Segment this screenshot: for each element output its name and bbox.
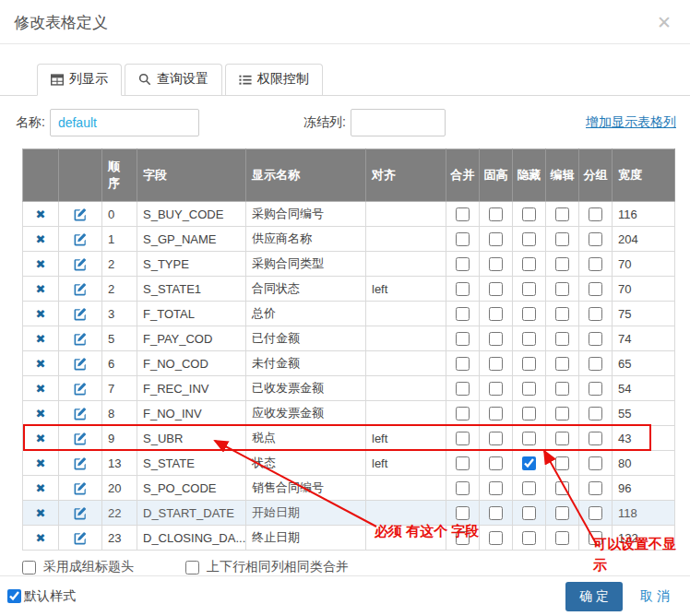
fixed-checkbox[interactable] — [489, 481, 503, 495]
delete-row-icon[interactable]: ✖ — [36, 282, 46, 296]
edit-checkbox[interactable] — [555, 232, 569, 246]
edit-checkbox[interactable] — [555, 357, 569, 371]
group-checkbox[interactable] — [589, 307, 602, 321]
freeze-columns-input[interactable] — [351, 109, 446, 136]
fixed-checkbox[interactable] — [489, 531, 503, 545]
delete-row-icon[interactable]: ✖ — [36, 407, 46, 421]
merge-checkbox[interactable] — [456, 531, 470, 545]
fixed-checkbox[interactable] — [489, 282, 503, 296]
edit-checkbox[interactable] — [555, 432, 569, 445]
edit-checkbox[interactable] — [555, 382, 569, 396]
tab-column-display[interactable]: 列显示 — [37, 64, 122, 96]
hide-checkbox[interactable] — [522, 257, 536, 271]
close-icon[interactable]: ✕ — [653, 12, 675, 33]
group-checkbox[interactable] — [589, 207, 602, 221]
hide-checkbox[interactable] — [522, 332, 536, 346]
fixed-checkbox[interactable] — [489, 357, 503, 371]
edit-checkbox[interactable] — [555, 456, 569, 470]
edit-checkbox[interactable] — [555, 506, 569, 520]
fixed-checkbox[interactable] — [489, 257, 503, 271]
merge-checkbox[interactable] — [456, 332, 470, 346]
group-checkbox[interactable] — [589, 282, 602, 296]
delete-row-icon[interactable]: ✖ — [36, 382, 46, 396]
fixed-checkbox[interactable] — [489, 207, 503, 221]
group-checkbox[interactable] — [589, 232, 602, 246]
edit-row-icon[interactable] — [74, 532, 87, 545]
grouped-header-checkbox[interactable] — [22, 561, 36, 575]
hide-checkbox[interactable] — [522, 307, 536, 321]
hide-checkbox[interactable] — [522, 456, 536, 470]
edit-row-icon[interactable] — [74, 358, 87, 371]
merge-checkbox[interactable] — [456, 382, 470, 396]
merge-checkbox[interactable] — [456, 407, 470, 421]
edit-row-icon[interactable] — [74, 482, 87, 495]
edit-checkbox[interactable] — [555, 407, 569, 421]
name-input[interactable] — [50, 109, 199, 136]
group-checkbox[interactable] — [589, 531, 602, 545]
ok-button[interactable]: 确 定 — [565, 582, 623, 611]
edit-row-icon[interactable] — [74, 408, 87, 421]
default-style-option[interactable]: 默认样式 — [7, 588, 76, 605]
merge-same-cells-checkbox[interactable] — [185, 561, 199, 575]
edit-checkbox[interactable] — [555, 531, 569, 545]
hide-checkbox[interactable] — [522, 207, 536, 221]
merge-checkbox[interactable] — [456, 506, 470, 520]
default-style-checkbox[interactable] — [7, 589, 21, 603]
merge-same-cells-option[interactable]: 上下行相同列相同类合并 — [185, 559, 349, 575]
delete-row-icon[interactable]: ✖ — [36, 481, 46, 495]
edit-checkbox[interactable] — [555, 332, 569, 346]
delete-row-icon[interactable]: ✖ — [36, 531, 46, 545]
edit-row-icon[interactable] — [74, 333, 87, 346]
edit-row-icon[interactable] — [74, 507, 87, 520]
fixed-checkbox[interactable] — [489, 432, 503, 445]
group-checkbox[interactable] — [589, 456, 602, 470]
hide-checkbox[interactable] — [522, 282, 536, 296]
hide-checkbox[interactable] — [522, 232, 536, 246]
merge-checkbox[interactable] — [456, 481, 470, 495]
delete-row-icon[interactable]: ✖ — [36, 207, 46, 221]
group-checkbox[interactable] — [589, 432, 602, 445]
group-checkbox[interactable] — [589, 357, 602, 371]
delete-row-icon[interactable]: ✖ — [36, 232, 46, 246]
hide-checkbox[interactable] — [522, 382, 536, 396]
hide-checkbox[interactable] — [522, 432, 536, 445]
hide-checkbox[interactable] — [522, 407, 536, 421]
edit-checkbox[interactable] — [555, 282, 569, 296]
merge-checkbox[interactable] — [456, 432, 470, 445]
hide-checkbox[interactable] — [522, 531, 536, 545]
merge-checkbox[interactable] — [456, 357, 470, 371]
edit-row-icon[interactable] — [74, 283, 87, 296]
delete-row-icon[interactable]: ✖ — [36, 506, 46, 520]
edit-row-icon[interactable] — [74, 258, 87, 271]
cancel-button[interactable]: 取 消 — [640, 588, 670, 605]
add-display-column-link[interactable]: 增加显示表格列 — [586, 114, 676, 131]
group-checkbox[interactable] — [589, 506, 602, 520]
merge-checkbox[interactable] — [456, 456, 470, 470]
fixed-checkbox[interactable] — [489, 407, 503, 421]
delete-row-icon[interactable]: ✖ — [36, 456, 46, 470]
group-checkbox[interactable] — [589, 407, 602, 421]
edit-row-icon[interactable] — [74, 457, 87, 470]
delete-row-icon[interactable]: ✖ — [36, 257, 46, 271]
edit-row-icon[interactable] — [74, 208, 87, 221]
grouped-header-option[interactable]: 采用成组标题头 — [22, 559, 134, 575]
delete-row-icon[interactable]: ✖ — [36, 332, 46, 346]
group-checkbox[interactable] — [589, 481, 602, 495]
edit-checkbox[interactable] — [555, 307, 569, 321]
tab-query-settings[interactable]: 查询设置 — [125, 64, 222, 95]
group-checkbox[interactable] — [589, 257, 602, 271]
fixed-checkbox[interactable] — [489, 232, 503, 246]
fixed-checkbox[interactable] — [489, 382, 503, 396]
merge-checkbox[interactable] — [456, 232, 470, 246]
edit-row-icon[interactable] — [74, 308, 87, 321]
merge-checkbox[interactable] — [456, 257, 470, 271]
fixed-checkbox[interactable] — [489, 456, 503, 470]
edit-checkbox[interactable] — [555, 481, 569, 495]
group-checkbox[interactable] — [589, 382, 602, 396]
fixed-checkbox[interactable] — [489, 307, 503, 321]
edit-row-icon[interactable] — [74, 383, 87, 396]
hide-checkbox[interactable] — [522, 481, 536, 495]
merge-checkbox[interactable] — [456, 282, 470, 296]
merge-checkbox[interactable] — [456, 207, 470, 221]
tab-permission-control[interactable]: 权限控制 — [225, 64, 323, 95]
